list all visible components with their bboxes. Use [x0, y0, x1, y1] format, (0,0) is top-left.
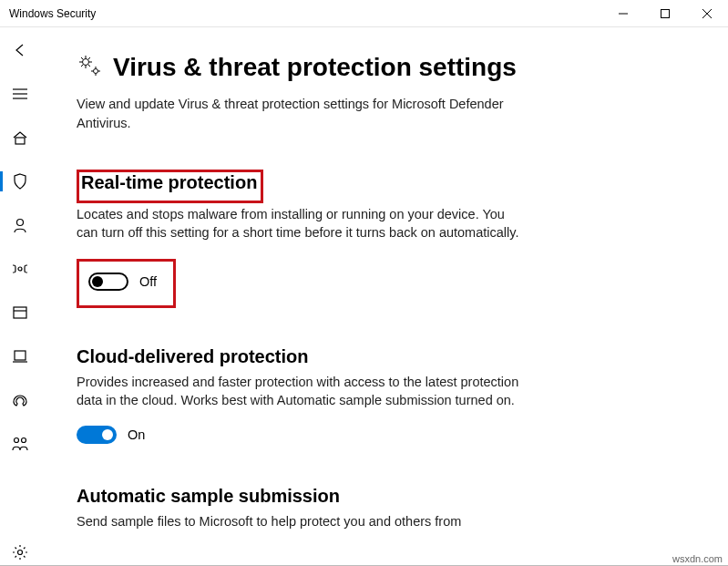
watermark: wsxdn.com [672, 553, 723, 564]
sidebar [0, 27, 40, 566]
cloud-toggle-label: On [128, 427, 145, 442]
cloud-description: Provides increased and faster protection… [77, 373, 523, 410]
menu-button[interactable] [0, 80, 40, 108]
sidebar-item-account-protection[interactable] [0, 211, 40, 239]
cloud-heading: Cloud-delivered protection [77, 346, 308, 367]
auto-sample-heading: Automatic sample submission [77, 486, 340, 507]
sidebar-item-virus-protection[interactable] [0, 168, 40, 195]
maximize-button[interactable] [644, 0, 686, 27]
sidebar-item-settings[interactable] [0, 539, 40, 566]
svg-point-14 [15, 438, 19, 443]
section-cloud: Cloud-delivered protection Provides incr… [77, 346, 692, 448]
sidebar-item-family-options[interactable] [0, 430, 40, 458]
highlight-box-title: Real-time protection [77, 170, 263, 203]
main-content: Virus & threat protection settings View … [40, 27, 728, 566]
svg-point-18 [94, 69, 98, 74]
svg-rect-10 [14, 307, 26, 318]
page-subtitle: View and update Virus & threat protectio… [77, 95, 514, 133]
realtime-description: Locates and stops malware from installin… [77, 205, 523, 242]
svg-rect-7 [15, 138, 25, 144]
sidebar-item-app-browser[interactable] [0, 299, 40, 326]
svg-point-9 [18, 267, 22, 271]
svg-rect-1 [661, 9, 670, 17]
close-button[interactable] [686, 0, 728, 27]
virus-settings-icon [77, 53, 102, 82]
svg-point-8 [17, 220, 24, 226]
titlebar: Windows Security [0, 0, 728, 27]
section-auto-sample: Automatic sample submission Send sample … [77, 486, 692, 530]
svg-point-15 [22, 438, 26, 443]
page-title: Virus & threat protection settings [113, 53, 517, 82]
back-button[interactable] [0, 36, 40, 64]
window-title: Windows Security [9, 7, 602, 20]
highlight-box-toggle: Off [77, 259, 176, 308]
realtime-toggle[interactable] [88, 273, 128, 291]
sidebar-item-home[interactable] [0, 124, 40, 151]
sidebar-item-device-performance[interactable] [0, 386, 40, 414]
svg-rect-12 [15, 351, 26, 360]
svg-point-16 [18, 551, 23, 555]
section-realtime: Real-time protection Locates and stops m… [77, 170, 692, 308]
page-header: Virus & threat protection settings [77, 53, 692, 82]
realtime-toggle-label: Off [139, 274, 157, 289]
sidebar-item-firewall[interactable] [0, 255, 40, 283]
cloud-toggle[interactable] [77, 426, 117, 444]
sidebar-item-device-security[interactable] [0, 343, 40, 370]
svg-point-17 [83, 59, 89, 66]
auto-sample-description: Send sample files to Microsoft to help p… [77, 512, 523, 530]
realtime-heading: Real-time protection [81, 172, 257, 193]
minimize-button[interactable] [602, 0, 644, 27]
